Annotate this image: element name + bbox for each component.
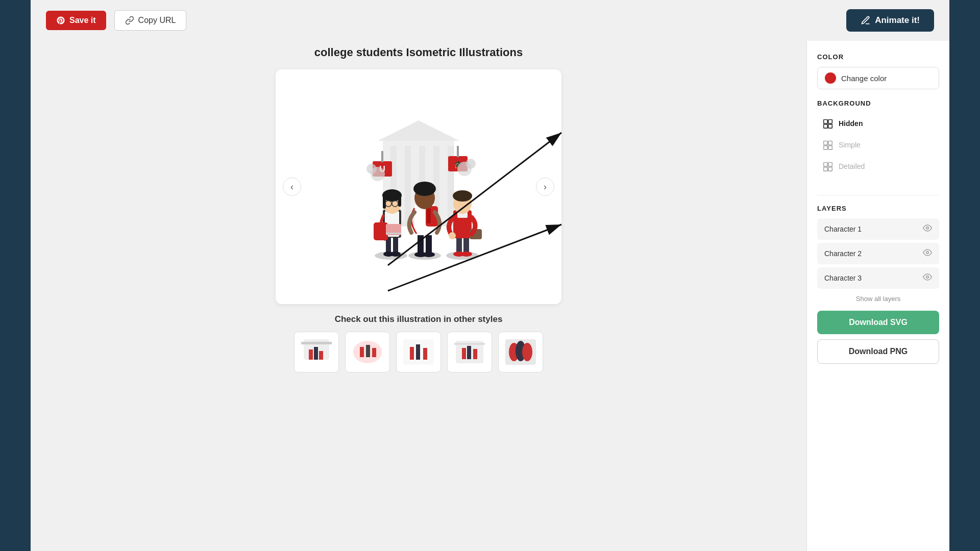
svg-rect-71 <box>410 347 414 360</box>
svg-rect-83 <box>824 120 828 124</box>
eye-icon-3[interactable] <box>923 272 932 284</box>
svg-rect-67 <box>360 347 364 357</box>
svg-point-18 <box>465 159 476 169</box>
layer-2-label: Character 2 <box>824 249 862 258</box>
layers-section-title: LAYERS <box>817 205 939 212</box>
background-section: BACKGROUND Hidden <box>817 99 939 178</box>
svg-rect-11 <box>381 151 383 162</box>
svg-rect-92 <box>828 163 832 167</box>
svg-rect-37 <box>418 233 424 254</box>
svg-rect-32 <box>398 195 401 207</box>
illustration-title: college students Isometric Illustrations <box>314 46 523 59</box>
svg-rect-65 <box>301 342 332 344</box>
svg-point-52 <box>461 252 472 257</box>
svg-rect-84 <box>828 120 832 124</box>
right-panel: COLOR Change color BACKGROUND <box>806 41 949 551</box>
svg-rect-88 <box>828 141 832 145</box>
save-button[interactable]: Save it <box>46 11 106 30</box>
svg-rect-62 <box>309 349 313 360</box>
svg-rect-14 <box>457 146 459 157</box>
bg-option-simple[interactable]: Simple <box>817 135 939 155</box>
color-section-title: COLOR <box>817 53 939 61</box>
animate-label: Animate it! <box>875 15 920 26</box>
save-label: Save it <box>69 16 96 25</box>
thumb-1[interactable] <box>294 332 339 372</box>
svg-rect-28 <box>386 233 401 234</box>
layer-item-1[interactable]: Character 1 <box>817 218 939 240</box>
thumb-2[interactable] <box>345 332 390 372</box>
svg-rect-94 <box>828 167 832 171</box>
svg-text:U: U <box>409 126 418 138</box>
thumb-5[interactable] <box>498 332 543 372</box>
svg-point-58 <box>453 190 472 202</box>
layer-item-2[interactable]: Character 2 <box>817 243 939 264</box>
svg-rect-38 <box>426 233 432 254</box>
svg-rect-50 <box>463 236 469 254</box>
copy-url-label: Copy URL <box>138 16 176 25</box>
bg-option-detailed[interactable]: Detailed <box>817 156 939 177</box>
download-svg-button[interactable]: Download SVG <box>817 311 939 334</box>
background-section-title: BACKGROUND <box>817 99 939 107</box>
svg-rect-3 <box>405 146 411 222</box>
svg-rect-73 <box>423 348 427 360</box>
app-wrapper: Save it Copy URL Animate it! co <box>0 0 980 551</box>
content-row: college students Isometric Illustrations… <box>31 41 949 551</box>
thumbnails-row <box>294 332 543 372</box>
svg-point-97 <box>926 276 929 279</box>
svg-rect-69 <box>372 348 376 357</box>
bg-simple-label: Simple <box>839 141 861 149</box>
layer-item-3[interactable]: Character 3 <box>817 267 939 289</box>
svg-rect-86 <box>828 124 832 129</box>
right-arrow-icon: › <box>544 182 547 192</box>
svg-rect-91 <box>824 163 828 167</box>
svg-rect-77 <box>467 346 471 359</box>
layers-section: LAYERS Character 1 Character 2 <box>817 205 939 311</box>
bg-option-hidden[interactable]: Hidden <box>817 113 939 134</box>
pinterest-icon <box>56 16 65 25</box>
svg-point-40 <box>423 252 435 257</box>
main-area: Save it Copy URL Animate it! co <box>31 0 949 551</box>
eye-icon-1[interactable] <box>923 223 932 235</box>
svg-rect-93 <box>824 167 828 171</box>
detailed-icon <box>822 161 834 172</box>
svg-rect-64 <box>319 351 323 360</box>
svg-point-95 <box>926 227 929 230</box>
other-styles-label: Check out this illustration in other sty… <box>335 314 503 324</box>
animate-icon <box>861 15 871 26</box>
svg-rect-26 <box>374 222 388 240</box>
left-arrow-icon: ‹ <box>290 182 293 192</box>
copy-url-button[interactable]: Copy URL <box>114 10 187 31</box>
eye-icon-2[interactable] <box>923 248 932 259</box>
svg-point-96 <box>926 252 929 254</box>
thumb-4[interactable] <box>447 332 492 372</box>
thumb-3[interactable] <box>396 332 441 372</box>
bg-detailed-label: Detailed <box>839 162 865 170</box>
svg-point-45 <box>413 182 436 196</box>
change-color-label: Change color <box>841 74 887 83</box>
color-dot <box>825 72 836 84</box>
divider <box>817 195 939 195</box>
animate-button[interactable]: Animate it! <box>846 9 934 32</box>
change-color-button[interactable]: Change color <box>817 67 939 89</box>
svg-rect-87 <box>824 141 828 145</box>
illustration-area: college students Isometric Illustrations… <box>31 41 806 551</box>
next-arrow[interactable]: › <box>536 178 554 196</box>
left-sidebar <box>0 0 31 551</box>
right-sidebar <box>949 0 980 551</box>
download-png-button[interactable]: Download PNG <box>817 339 939 364</box>
svg-marker-1 <box>378 120 459 141</box>
bg-hidden-label: Hidden <box>839 119 863 128</box>
svg-rect-89 <box>824 146 828 150</box>
prev-arrow[interactable]: ‹ <box>283 178 301 196</box>
svg-point-56 <box>449 232 456 239</box>
svg-rect-90 <box>828 146 832 150</box>
svg-rect-63 <box>314 347 318 360</box>
svg-rect-76 <box>462 348 466 359</box>
svg-rect-72 <box>416 344 420 360</box>
simple-icon <box>822 139 834 151</box>
svg-rect-21 <box>393 235 398 254</box>
show-all-layers[interactable]: Show all layers <box>817 292 939 311</box>
svg-rect-68 <box>366 345 370 357</box>
svg-rect-78 <box>473 349 477 359</box>
svg-rect-43 <box>427 208 431 223</box>
